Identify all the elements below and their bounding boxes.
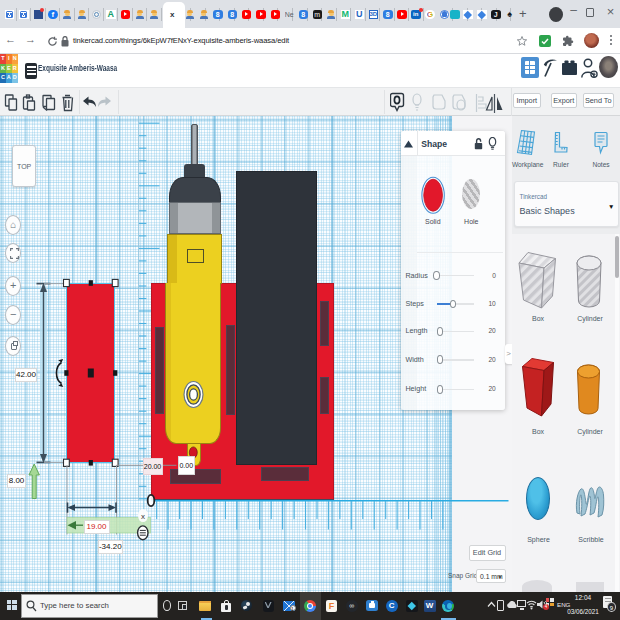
- svg-text:x: x: [141, 512, 145, 521]
